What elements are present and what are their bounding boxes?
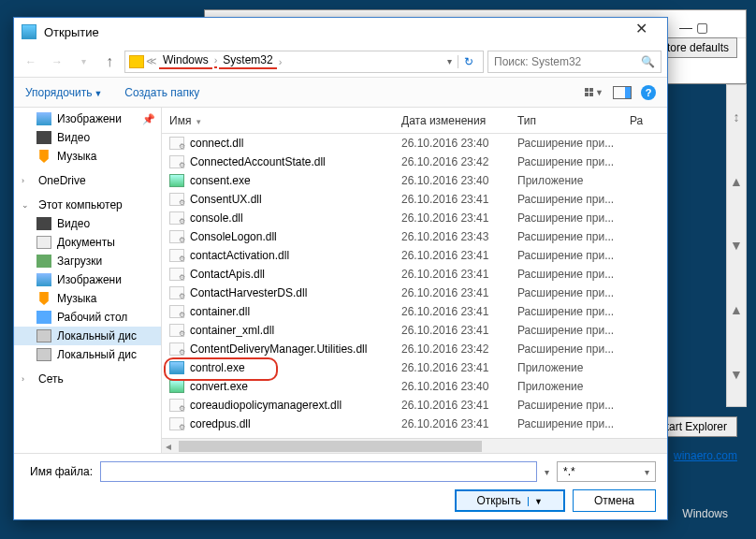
- filename-dropdown[interactable]: ▾: [545, 467, 549, 477]
- sidebar-item[interactable]: Изображени: [14, 270, 161, 289]
- file-date: 26.10.2016 23:41: [401, 305, 517, 318]
- column-type[interactable]: Тип: [517, 114, 630, 127]
- file-row[interactable]: container.dll 26.10.2016 23:41 Расширени…: [162, 302, 667, 321]
- sidebar-item[interactable]: Документы: [14, 233, 161, 252]
- sidebar-item-label: OneDrive: [38, 174, 86, 187]
- new-folder-button[interactable]: Создать папку: [124, 86, 199, 99]
- close-button[interactable]: ✕: [622, 19, 660, 45]
- file-date: 26.10.2016 23:41: [401, 286, 517, 299]
- file-type: Расширение при...: [517, 417, 630, 430]
- chevron-right-icon[interactable]: ≪: [146, 55, 157, 67]
- file-row[interactable]: container_xml.dll 26.10.2016 23:41 Расши…: [162, 321, 667, 340]
- winaero-link[interactable]: winaero.com: [674, 449, 737, 462]
- arrow-up-icon[interactable]: ▲: [730, 302, 743, 317]
- horizontal-scrollbar[interactable]: ◂: [162, 438, 667, 453]
- column-name[interactable]: Имя▾: [169, 114, 401, 127]
- file-row[interactable]: consent.exe 26.10.2016 23:40 Приложение: [162, 171, 667, 190]
- file-row[interactable]: ConsoleLogon.dll 26.10.2016 23:43 Расшир…: [162, 227, 667, 246]
- recent-dropdown[interactable]: ▾: [72, 51, 94, 73]
- file-row[interactable]: ConsentUX.dll 26.10.2016 23:41 Расширени…: [162, 190, 667, 209]
- file-row[interactable]: convert.exe 26.10.2016 23:40 Приложение: [162, 377, 667, 396]
- file-row[interactable]: ConnectedAccountState.dll 26.10.2016 23:…: [162, 153, 667, 171]
- preview-pane-button[interactable]: [613, 86, 632, 99]
- help-icon[interactable]: ?: [641, 85, 656, 100]
- file-row[interactable]: control.exe 26.10.2016 23:41 Приложение: [162, 358, 667, 377]
- file-row[interactable]: console.dll 26.10.2016 23:41 Расширение …: [162, 209, 667, 227]
- breadcrumb-system32[interactable]: System32: [219, 53, 276, 69]
- file-name: console.dll: [190, 211, 401, 225]
- file-row[interactable]: coredpus.dll 26.10.2016 23:41 Расширение…: [162, 415, 667, 433]
- file-row[interactable]: contactActivation.dll 26.10.2016 23:41 Р…: [162, 246, 667, 265]
- view-mode-button[interactable]: ▼: [585, 88, 603, 97]
- sidebar-onedrive[interactable]: ›OneDrive: [14, 171, 161, 190]
- file-icon: [169, 137, 184, 150]
- file-name: control.exe: [190, 361, 401, 374]
- refresh-icon[interactable]: ↻: [458, 55, 479, 68]
- file-icon: [169, 286, 184, 299]
- filetype-combo[interactable]: *.* ▾: [557, 461, 656, 482]
- search-icon[interactable]: 🔍: [641, 55, 655, 68]
- sidebar-item[interactable]: Локальный дис: [14, 345, 161, 364]
- file-icon: [169, 174, 184, 187]
- file-date: 26.10.2016 23:41: [401, 268, 517, 281]
- sidebar: Изображени📌ВидеоМузыка›OneDrive⌄Этот ком…: [14, 108, 162, 453]
- arrow-up-icon[interactable]: ↕: [734, 109, 740, 124]
- column-size[interactable]: Ра: [630, 114, 654, 127]
- breadcrumb-windows[interactable]: Windows: [159, 53, 212, 69]
- window-controls-icon[interactable]: — ▢: [679, 20, 708, 35]
- filename-input[interactable]: [100, 461, 537, 482]
- back-button[interactable]: ←: [20, 51, 42, 73]
- sidebar-item[interactable]: Видео: [14, 128, 161, 147]
- sidebar-item[interactable]: Локальный дис: [14, 327, 161, 345]
- sidebar-item[interactable]: Музыка: [14, 289, 161, 308]
- arrow-down-icon[interactable]: ▼: [730, 238, 743, 253]
- file-row[interactable]: ContactHarvesterDS.dll 26.10.2016 23:41 …: [162, 284, 667, 302]
- file-row[interactable]: ContactApis.dll 26.10.2016 23:41 Расшире…: [162, 265, 667, 284]
- folder-icon: [36, 150, 51, 163]
- file-name: ConnectedAccountState.dll: [190, 155, 401, 168]
- address-bar[interactable]: ≪ Windows › System32 › ▾ ↻: [124, 51, 484, 73]
- sidebar-item[interactable]: Изображени📌: [14, 109, 161, 128]
- sidebar-item[interactable]: Музыка: [14, 147, 161, 166]
- sidebar-item[interactable]: Рабочий стол: [14, 308, 161, 327]
- file-date: 26.10.2016 23:40: [401, 137, 517, 150]
- file-list-body[interactable]: connect.dll 26.10.2016 23:40 Расширение …: [162, 134, 667, 438]
- folder-icon: [36, 217, 51, 230]
- file-type: Расширение при...: [517, 268, 630, 281]
- open-button[interactable]: Открыть ▼: [455, 489, 565, 512]
- forward-button[interactable]: →: [46, 51, 68, 73]
- file-icon: [169, 249, 184, 262]
- file-name: ContactApis.dll: [190, 268, 401, 281]
- sidebar-item-label: Этот компьютер: [38, 198, 123, 211]
- sidebar-item[interactable]: Загрузки: [14, 252, 161, 270]
- file-type: Расширение при...: [517, 286, 630, 299]
- sidebar-item-label: Сеть: [38, 372, 64, 386]
- column-date[interactable]: Дата изменения: [401, 114, 517, 127]
- file-row[interactable]: connect.dll 26.10.2016 23:40 Расширение …: [162, 134, 667, 153]
- cancel-button[interactable]: Отмена: [573, 489, 656, 512]
- arrow-up-icon[interactable]: ▲: [730, 174, 743, 189]
- file-name: consent.exe: [190, 174, 401, 187]
- address-dropdown[interactable]: ▾: [443, 56, 456, 66]
- file-icon: [169, 417, 184, 430]
- file-date: 26.10.2016 23:40: [401, 380, 517, 393]
- file-type: Расширение при...: [517, 249, 630, 262]
- sidebar-network[interactable]: ›Сеть: [14, 370, 161, 388]
- file-name: connect.dll: [190, 137, 401, 150]
- arrow-down-icon[interactable]: ▼: [730, 367, 743, 382]
- sidebar-thispc[interactable]: ⌄Этот компьютер: [14, 196, 161, 214]
- organize-menu[interactable]: Упорядочить▼: [25, 86, 102, 99]
- file-list: Имя▾ Дата изменения Тип Ра connect.dll 2…: [162, 108, 667, 453]
- chevron-right-icon[interactable]: ›: [214, 54, 218, 68]
- search-input[interactable]: [494, 55, 641, 68]
- file-row[interactable]: ContentDeliveryManager.Utilities.dll 26.…: [162, 340, 667, 358]
- file-row[interactable]: coreaudiopolicymanagerext.dll 26.10.2016…: [162, 396, 667, 415]
- search-box[interactable]: 🔍: [487, 51, 662, 73]
- chevron-right-icon[interactable]: ›: [279, 56, 283, 67]
- file-type: Расширение при...: [517, 230, 630, 243]
- sidebar-item[interactable]: Видео: [14, 214, 161, 233]
- collapse-icon: ⌄: [22, 200, 31, 210]
- file-icon: [169, 361, 184, 374]
- up-button[interactable]: ↑: [98, 51, 121, 73]
- file-date: 26.10.2016 23:42: [401, 342, 517, 356]
